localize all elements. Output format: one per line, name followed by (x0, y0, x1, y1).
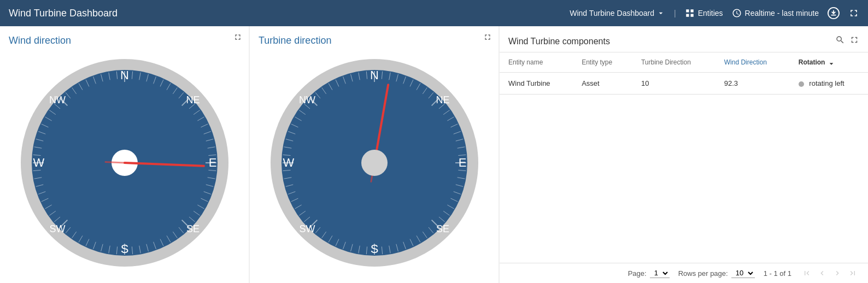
wind-direction-compass: // Generated inline via JS below N S W E… (9, 51, 240, 274)
cell-turbine-direction: 10 (632, 73, 715, 95)
svg-text:NW: NW (49, 95, 66, 105)
realtime-button[interactable]: Realtime - last minute (732, 8, 819, 18)
entities-label: Entities (698, 9, 723, 17)
svg-text:N: N (120, 68, 129, 82)
table-actions (835, 35, 859, 48)
next-page-button[interactable] (831, 268, 844, 279)
turbine-compass-svg: N S W E NE NW SW SE (268, 56, 481, 269)
turbine-direction-title: Turbine direction (259, 35, 490, 46)
turbine-direction-compass: N S W E NE NW SW SE (259, 51, 490, 274)
chevron-down-icon (656, 9, 665, 17)
svg-line-85 (105, 162, 125, 162)
components-table-panel: Wind Turbine components Entity name Enti… (500, 26, 868, 283)
page-label: Page: (628, 269, 647, 278)
svg-text:S: S (370, 242, 378, 256)
main-content: Wind direction // Generated inline via J… (0, 26, 868, 283)
table-header-row: Entity name Entity type Turbine Directio… (500, 52, 868, 73)
entities-icon (685, 8, 695, 18)
first-page-icon (802, 269, 811, 278)
turbine-direction-panel: Turbine direction N S W E NE NW SW SE (250, 26, 498, 283)
col-entity-name: Entity name (500, 52, 573, 73)
rows-per-page-label: Rows per page: (678, 269, 728, 278)
expand-icon-2 (483, 33, 492, 42)
svg-text:NE: NE (186, 95, 200, 105)
cell-wind-direction: 92.3 (715, 73, 790, 95)
next-page-icon (833, 269, 842, 278)
svg-text:NW: NW (299, 95, 315, 105)
wind-direction-title: Wind direction (9, 35, 240, 46)
footer-rows: Rows per page: 10 (678, 268, 755, 278)
col-rotation-label: Rotation (799, 58, 825, 66)
download-icon (828, 7, 840, 19)
realtime-label: Realtime - last minute (745, 9, 819, 17)
table-thead: Entity name Entity type Turbine Directio… (500, 52, 868, 73)
wind-direction-expand-button[interactable] (233, 33, 242, 43)
cell-entity-name: Wind Turbine (500, 73, 573, 95)
entities-button[interactable]: Entities (685, 8, 723, 18)
rotation-value: rotating left (809, 79, 844, 87)
expand-icon (233, 33, 242, 42)
svg-text:N: N (370, 68, 379, 82)
components-table: Entity name Entity type Turbine Directio… (500, 52, 868, 95)
svg-text:NE: NE (436, 95, 449, 105)
header: Wind Turbine Dashboard Wind Turbine Dash… (0, 0, 868, 26)
app-title: Wind Turbine Dashboard (9, 8, 118, 19)
cell-rotation: rotating left (790, 73, 868, 95)
cell-entity-type: Asset (573, 73, 632, 95)
page-info: 1 - 1 of 1 (764, 269, 791, 278)
last-page-icon (848, 269, 857, 278)
last-page-button[interactable] (846, 268, 859, 279)
fullscreen-button[interactable] (848, 8, 859, 19)
svg-point-170 (361, 150, 388, 176)
table-tbody: Wind Turbine Asset 10 92.3 rotating left (500, 73, 868, 95)
wind-direction-panel: Wind direction // Generated inline via J… (0, 26, 249, 283)
svg-text:S: S (120, 242, 128, 256)
col-rotation[interactable]: Rotation (790, 52, 868, 72)
svg-text:W: W (33, 156, 44, 169)
svg-text:SE: SE (186, 223, 199, 234)
fullscreen-icon (848, 8, 859, 19)
table-header: Wind Turbine components (500, 26, 868, 52)
header-right: Wind Turbine Dashboard | Entities Realti… (570, 7, 859, 19)
first-page-button[interactable] (800, 268, 813, 279)
wind-compass-svg: // Generated inline via JS below N S W E… (18, 56, 231, 269)
svg-text:W: W (283, 156, 294, 169)
rows-per-page-select[interactable]: 10 (731, 268, 755, 278)
svg-text:E: E (208, 156, 216, 169)
svg-text:SE: SE (436, 223, 449, 234)
table-row: Wind Turbine Asset 10 92.3 rotating left (500, 73, 868, 95)
col-wind-direction: Wind Direction (715, 52, 790, 73)
svg-text:E: E (458, 156, 466, 169)
col-turbine-direction: Turbine Direction (632, 52, 715, 73)
prev-page-button[interactable] (816, 268, 829, 279)
sort-down-icon (827, 58, 836, 67)
rotation-status-dot (799, 81, 804, 87)
download-button[interactable] (828, 7, 840, 19)
footer-nav (800, 268, 859, 279)
dashboard-name-label: Wind Turbine Dashboard (570, 9, 654, 17)
fullscreen-icon-table (849, 35, 859, 45)
col-entity-type: Entity type (573, 52, 632, 73)
page-select[interactable]: 1 (650, 268, 670, 278)
table-footer: Page: 1 Rows per page: 10 1 - 1 of 1 (500, 263, 868, 283)
clock-icon (732, 8, 742, 18)
turbine-direction-expand-button[interactable] (483, 33, 492, 43)
dashboard-name-selector[interactable]: Wind Turbine Dashboard (570, 9, 665, 17)
table-title: Wind Turbine components (508, 37, 610, 46)
svg-text:SW: SW (299, 223, 315, 234)
prev-page-icon (818, 269, 826, 278)
search-icon (835, 35, 845, 45)
svg-text:SW: SW (49, 223, 65, 234)
table-fullscreen-button[interactable] (849, 35, 859, 48)
table-search-button[interactable] (835, 35, 845, 48)
footer-page: Page: 1 (628, 268, 670, 278)
